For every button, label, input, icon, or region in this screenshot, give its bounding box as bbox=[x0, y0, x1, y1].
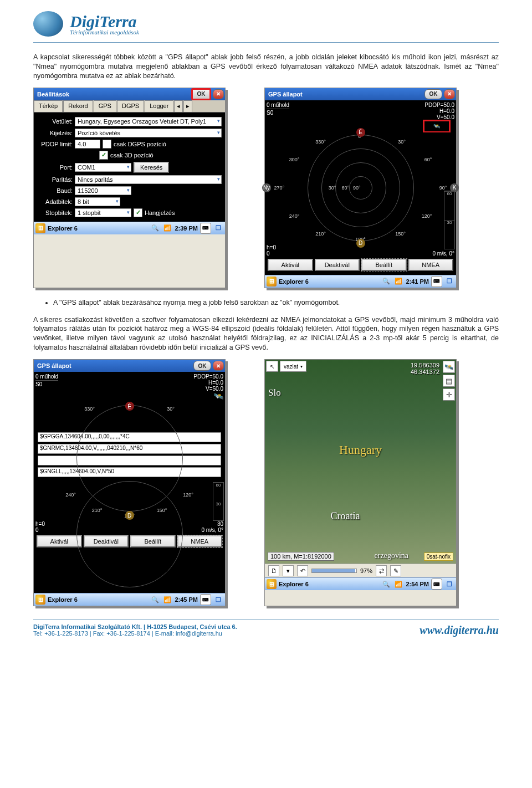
cardinal-s: D bbox=[125, 511, 134, 520]
task-app[interactable]: Explorer 6 bbox=[279, 278, 309, 285]
signal-bar: 60 30 bbox=[444, 191, 455, 249]
close-button[interactable]: ✕ bbox=[213, 361, 224, 371]
tray-icon[interactable]: 🔍 bbox=[150, 595, 160, 605]
logo-title: DigiTerra bbox=[70, 12, 139, 31]
task-app[interactable]: Explorer 6 bbox=[48, 596, 78, 603]
gps2-title: GPS állapot bbox=[37, 362, 192, 369]
label-port: Port: bbox=[37, 164, 73, 171]
task-time: 2:39 PM bbox=[175, 225, 198, 232]
tab-dgps[interactable]: DGPS bbox=[117, 100, 144, 112]
map-label-croatia: Croatia bbox=[330, 510, 360, 522]
gps2-pdop: PDOP=50.0 bbox=[193, 373, 223, 380]
input-kijelzes[interactable]: Pozíció követés bbox=[75, 129, 222, 137]
tab-terkep[interactable]: Térkép bbox=[34, 100, 63, 112]
aktival-button[interactable]: Aktivál bbox=[268, 259, 313, 271]
gps2-titlebar: GPS állapot OK ✕ bbox=[34, 360, 225, 372]
gps2-bar30: 30 bbox=[201, 521, 223, 527]
draw-icon[interactable]: ✎ bbox=[390, 565, 401, 576]
signal-icon[interactable]: 📶 bbox=[393, 579, 403, 589]
start-icon[interactable]: ⊞ bbox=[267, 579, 277, 589]
gps1-pdop: PDOP=50.0 bbox=[424, 102, 454, 108]
input-stopbitek[interactable]: 1 stopbit bbox=[75, 208, 131, 217]
tab-scroll-left-icon[interactable]: ◂ bbox=[174, 100, 183, 112]
signal-icon[interactable]: 📶 bbox=[162, 223, 172, 233]
layer-select[interactable]: vazlat▾ bbox=[280, 361, 306, 372]
input-baud[interactable]: 115200 bbox=[75, 186, 131, 195]
keyboard-icon[interactable]: ⌨ bbox=[431, 276, 442, 287]
signal-icon[interactable]: 📶 bbox=[162, 595, 172, 605]
checkbox-3d[interactable]: ✓ bbox=[99, 151, 108, 160]
logo-subtitle: Térinformatikai megoldások bbox=[70, 29, 139, 35]
footer-line-1: DigiTerra Informatikai Szolgáltató Kft. … bbox=[33, 623, 237, 630]
keyboard-icon[interactable]: ⌨ bbox=[200, 223, 211, 234]
windows-icon[interactable]: ❐ bbox=[444, 579, 454, 589]
ok-button[interactable]: OK bbox=[193, 361, 211, 371]
ok-button[interactable]: OK bbox=[424, 89, 442, 99]
windows-icon[interactable]: ❐ bbox=[213, 223, 223, 233]
ok-button[interactable]: OK bbox=[191, 88, 211, 100]
map-scale: 100 km, M=1:8192000 bbox=[268, 552, 334, 561]
logo-globe-icon bbox=[33, 11, 63, 37]
checkbox-hangjelzes[interactable]: ✓ bbox=[134, 208, 142, 217]
aktival-button[interactable]: Aktivál bbox=[37, 535, 82, 547]
tray-icon[interactable]: 🔍 bbox=[381, 277, 391, 286]
chevron-down-icon[interactable]: ▾ bbox=[283, 565, 294, 576]
start-icon[interactable]: ⊞ bbox=[35, 223, 45, 233]
start-icon[interactable]: ⊞ bbox=[35, 595, 45, 605]
input-port[interactable]: COM1 bbox=[75, 163, 131, 172]
gps1-speed: 0 m/s, 0° bbox=[432, 250, 454, 257]
cardinal-n: É bbox=[125, 402, 134, 411]
windows-icon[interactable]: ❐ bbox=[444, 277, 454, 286]
new-icon[interactable]: 🗋 bbox=[268, 565, 279, 576]
layers-icon[interactable]: ▤ bbox=[443, 375, 455, 387]
header-rule bbox=[33, 42, 499, 43]
beallit-button[interactable]: Beállít bbox=[361, 259, 407, 271]
tab-rekord[interactable]: Rekord bbox=[63, 100, 93, 112]
map-canvas[interactable]: ↖ vazlat▾ 🛰️ ▤ ✛ 19.586309 46.341372 Slo… bbox=[265, 360, 456, 564]
crosshair-icon[interactable]: ✛ bbox=[443, 388, 455, 401]
tab-gps[interactable]: GPS bbox=[94, 100, 116, 112]
close-button[interactable]: ✕ bbox=[213, 89, 224, 99]
kereses-button[interactable]: Keresés bbox=[134, 162, 169, 173]
label-adatbitek: Adatbitek: bbox=[37, 198, 73, 205]
map-label-erz: erzegovina bbox=[375, 551, 408, 560]
gps1-title: GPS állapot bbox=[268, 91, 423, 98]
label-csak-dgps: csak DGPS pozíció bbox=[114, 141, 166, 147]
nmea-button[interactable]: NMEA bbox=[408, 259, 454, 271]
settings-title: Beállítások bbox=[37, 91, 190, 98]
satellite-icon[interactable]: 🛰️ bbox=[443, 361, 455, 373]
input-vetulet[interactable]: Hungary, Egyseges Orszagos Vetulet DT, P… bbox=[75, 117, 222, 126]
tool-icon[interactable]: ⇄ bbox=[376, 565, 387, 576]
gps2-h0: h=0 bbox=[35, 521, 45, 527]
start-icon[interactable]: ⊞ bbox=[267, 277, 277, 286]
tray-icon[interactable]: 🔍 bbox=[150, 223, 160, 233]
task-app[interactable]: Explorer 6 bbox=[48, 225, 78, 232]
zoom-slider[interactable] bbox=[311, 569, 357, 573]
pointer-tool-icon[interactable]: ↖ bbox=[266, 361, 278, 372]
tab-logger[interactable]: Logger bbox=[145, 100, 173, 112]
tab-scroll-right-icon[interactable]: ▸ bbox=[183, 100, 192, 112]
undo-icon[interactable]: ↶ bbox=[297, 565, 308, 576]
input-paritas[interactable]: Nincs paritás bbox=[75, 175, 222, 184]
task-app[interactable]: Explorer 6 bbox=[279, 581, 309, 587]
map-window: ↖ vazlat▾ 🛰️ ▤ ✛ 19.586309 46.341372 Slo… bbox=[264, 359, 457, 606]
gps1-muhold: 0 műhold bbox=[267, 102, 289, 108]
logo: DigiTerra Térinformatikai megoldások bbox=[33, 11, 499, 41]
gps1-v: V=50.0 bbox=[424, 114, 454, 120]
close-button[interactable]: ✕ bbox=[444, 89, 455, 99]
keyboard-icon[interactable]: ⌨ bbox=[200, 594, 211, 605]
input-adatbitek[interactable]: 8 bit bbox=[75, 197, 120, 206]
nmea-button[interactable]: NMEA bbox=[177, 535, 223, 547]
cardinal-w: Ny bbox=[262, 183, 271, 192]
checkbox-dgps[interactable] bbox=[103, 140, 111, 149]
keyboard-icon[interactable]: ⌨ bbox=[431, 579, 442, 590]
satellite-icon: 🛰️ bbox=[424, 121, 449, 131]
gps1-h0: h=0 bbox=[267, 244, 276, 250]
tray-icon[interactable]: 🔍 bbox=[381, 579, 391, 589]
deaktival-button[interactable]: Deaktivál bbox=[315, 259, 360, 271]
signal-icon[interactable]: 📶 bbox=[393, 277, 403, 286]
input-pdop[interactable]: 4.0 bbox=[75, 140, 100, 149]
paragraph-1: A kapcsolat sikerességét többek között a… bbox=[33, 53, 499, 81]
taskbar: ⊞ Explorer 6 🔍 📶 2:39 PM ⌨ ❐ bbox=[34, 222, 225, 234]
windows-icon[interactable]: ❐ bbox=[213, 595, 223, 605]
